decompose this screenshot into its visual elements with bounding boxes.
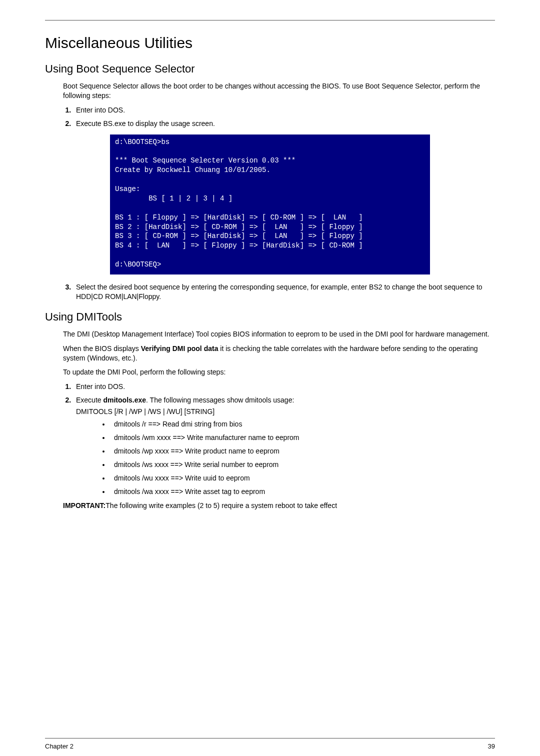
dmi-para1: The DMI (Desktop Management Interface) T… xyxy=(63,330,495,339)
boot-step-3: Select the desired boot sequence by ente… xyxy=(73,282,495,302)
dmi-bullet-6: dmitools /wa xxxx ==> Write asset tag to… xyxy=(110,487,495,496)
terminal-output: d:\BOOTSEQ>bs *** Boot Sequence Selecter… xyxy=(110,134,430,274)
important-label: IMPORTANT: xyxy=(63,502,106,510)
footer-right: 39 xyxy=(488,742,495,750)
dmi-steps: Enter into DOS. Execute dmitools.exe. Th… xyxy=(63,382,495,496)
dmi-step2-bold: dmitools.exe xyxy=(103,396,146,404)
boot-step-1: Enter into DOS. xyxy=(73,106,495,115)
dmi-step2-post: . The following messages show dmitools u… xyxy=(146,396,294,404)
dmi-bullet-1: dmitools /r ==> Read dmi string from bio… xyxy=(110,420,495,429)
terminal-wrap: d:\BOOTSEQ>bs *** Boot Sequence Selecter… xyxy=(45,134,495,274)
dmi-bullet-3: dmitools /wp xxxx ==> Write product name… xyxy=(110,446,495,456)
dmi-bullet-5: dmitools /wu xxxx ==> Write uuid to eepr… xyxy=(110,474,495,483)
important-note: IMPORTANT:The following write examples (… xyxy=(63,501,495,510)
dmi-para2-pre: When the BIOS displays xyxy=(63,344,141,352)
section-dmi-heading: Using DMITools xyxy=(45,310,495,324)
dmi-step-2: Execute dmitools.exe. The following mess… xyxy=(73,396,495,496)
important-text: The following write examples (2 to 5) re… xyxy=(106,502,337,510)
top-rule xyxy=(45,20,495,20)
boot-steps-cont: Select the desired boot sequence by ente… xyxy=(63,282,495,302)
dmi-bullets: dmitools /r ==> Read dmi string from bio… xyxy=(100,420,495,496)
page-footer: Chapter 2 39 xyxy=(45,738,495,750)
boot-intro: Boot Sequence Selector allows the boot o… xyxy=(63,82,495,100)
dmi-para2: When the BIOS displays Verifying DMI poo… xyxy=(63,344,495,363)
dmi-para2-bold: Verifying DMI pool data xyxy=(141,344,218,352)
page-title: Miscellaneous Utilities xyxy=(45,34,495,52)
dmi-bullet-4: dmitools /ws xxxx ==> Write serial numbe… xyxy=(110,460,495,470)
dmi-bullet-2: dmitools /wm xxxx ==> Write manufacturer… xyxy=(110,433,495,442)
dmi-step-1: Enter into DOS. xyxy=(73,382,495,392)
dmi-step2-pre: Execute xyxy=(76,396,103,404)
section-boot-heading: Using Boot Sequence Selector xyxy=(45,62,495,76)
boot-steps: Enter into DOS. Execute BS.exe to displa… xyxy=(63,106,495,128)
footer-left: Chapter 2 xyxy=(45,742,74,750)
dmi-step2-line2: DMITOOLS [/R | /WP | /WS | /WU] [STRING] xyxy=(76,407,495,416)
boot-step-2: Execute BS.exe to display the usage scre… xyxy=(73,119,495,128)
dmi-para3: To update the DMI Pool, perform the foll… xyxy=(63,368,495,377)
